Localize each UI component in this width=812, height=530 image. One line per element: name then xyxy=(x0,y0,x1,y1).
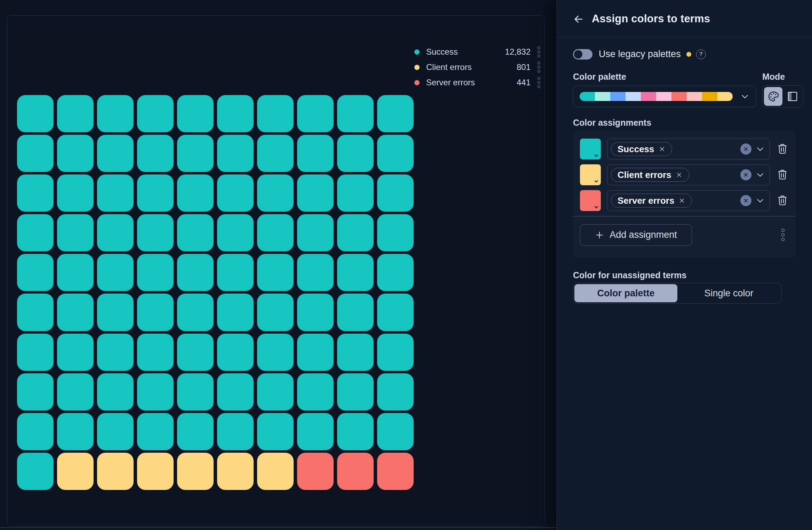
waffle-cell[interactable] xyxy=(297,413,334,450)
waffle-cell[interactable] xyxy=(177,453,214,490)
waffle-cell[interactable] xyxy=(377,373,414,411)
waffle-cell[interactable] xyxy=(137,174,174,212)
waffle-cell[interactable] xyxy=(337,95,374,132)
waffle-cell[interactable] xyxy=(57,453,94,490)
legend-item-client-errors[interactable]: Client errors 801 xyxy=(414,60,541,75)
waffle-cell[interactable] xyxy=(297,214,334,251)
waffle-cell[interactable] xyxy=(57,254,94,291)
term-pill[interactable]: Client errors xyxy=(611,168,689,182)
term-combobox[interactable]: Client errors xyxy=(607,164,770,185)
chevron-down-icon[interactable] xyxy=(756,170,765,179)
legend-item-success[interactable]: Success 12,832 xyxy=(414,44,541,60)
waffle-cell[interactable] xyxy=(337,413,374,450)
chevron-down-icon[interactable] xyxy=(756,145,765,154)
term-combobox[interactable]: Success xyxy=(607,139,770,159)
waffle-cell[interactable] xyxy=(97,334,134,371)
legend-actions-icon[interactable] xyxy=(537,46,541,58)
waffle-cell[interactable] xyxy=(217,254,254,291)
waffle-cell[interactable] xyxy=(217,214,254,251)
waffle-cell[interactable] xyxy=(177,95,214,132)
waffle-cell[interactable] xyxy=(217,373,254,411)
waffle-cell[interactable] xyxy=(337,214,374,251)
mode-palette-button[interactable] xyxy=(764,87,782,106)
waffle-cell[interactable] xyxy=(337,174,374,212)
legend-actions-icon[interactable] xyxy=(537,61,541,73)
waffle-cell[interactable] xyxy=(377,95,414,132)
waffle-cell[interactable] xyxy=(97,214,134,251)
waffle-cell[interactable] xyxy=(257,453,294,490)
waffle-cell[interactable] xyxy=(377,254,414,291)
waffle-cell[interactable] xyxy=(297,135,334,172)
waffle-cell[interactable] xyxy=(177,214,214,251)
waffle-cell[interactable] xyxy=(97,254,134,291)
waffle-cell[interactable] xyxy=(137,135,174,172)
waffle-cell[interactable] xyxy=(257,413,294,450)
waffle-cell[interactable] xyxy=(337,373,374,411)
waffle-cell[interactable] xyxy=(177,413,214,450)
back-button[interactable] xyxy=(571,11,586,27)
waffle-cell[interactable] xyxy=(17,95,54,132)
waffle-cell[interactable] xyxy=(97,294,134,331)
waffle-cell[interactable] xyxy=(377,413,414,450)
color-palette-select[interactable] xyxy=(573,86,756,107)
waffle-cell[interactable] xyxy=(97,135,134,172)
waffle-cell[interactable] xyxy=(257,95,294,132)
waffle-cell[interactable] xyxy=(17,294,54,331)
waffle-cell[interactable] xyxy=(217,413,254,450)
term-pill[interactable]: Success xyxy=(611,142,672,156)
add-assignment-button[interactable]: Add assignment xyxy=(580,224,692,246)
waffle-cell[interactable] xyxy=(137,413,174,450)
waffle-cell[interactable] xyxy=(137,254,174,291)
waffle-cell[interactable] xyxy=(377,334,414,371)
waffle-cell[interactable] xyxy=(137,373,174,411)
waffle-cell[interactable] xyxy=(57,214,94,251)
waffle-cell[interactable] xyxy=(57,294,94,331)
color-swatch-button[interactable] xyxy=(580,139,601,159)
waffle-cell[interactable] xyxy=(377,174,414,212)
waffle-cell[interactable] xyxy=(17,214,54,251)
remove-term-icon[interactable] xyxy=(659,146,666,153)
waffle-cell[interactable] xyxy=(257,294,294,331)
waffle-cell[interactable] xyxy=(177,174,214,212)
legend-item-server-errors[interactable]: Server errors 441 xyxy=(414,75,541,90)
waffle-cell[interactable] xyxy=(57,135,94,172)
waffle-cell[interactable] xyxy=(57,95,94,132)
remove-term-icon[interactable] xyxy=(678,197,685,204)
waffle-cell[interactable] xyxy=(17,135,54,172)
waffle-cell[interactable] xyxy=(97,95,134,132)
waffle-cell[interactable] xyxy=(17,174,54,212)
term-combobox[interactable]: Server errors xyxy=(607,190,770,211)
waffle-cell[interactable] xyxy=(217,294,254,331)
option-color-palette[interactable]: Color palette xyxy=(574,284,677,302)
term-pill[interactable]: Server errors xyxy=(611,194,692,208)
waffle-cell[interactable] xyxy=(257,373,294,411)
waffle-cell[interactable] xyxy=(17,254,54,291)
waffle-cell[interactable] xyxy=(217,174,254,212)
waffle-cell[interactable] xyxy=(297,453,334,490)
waffle-cell[interactable] xyxy=(217,135,254,172)
waffle-cell[interactable] xyxy=(297,294,334,331)
waffle-cell[interactable] xyxy=(177,254,214,291)
waffle-cell[interactable] xyxy=(217,334,254,371)
waffle-cell[interactable] xyxy=(57,413,94,450)
waffle-cell[interactable] xyxy=(97,373,134,411)
waffle-cell[interactable] xyxy=(377,135,414,172)
clear-selection-button[interactable] xyxy=(740,169,751,180)
waffle-cell[interactable] xyxy=(257,214,294,251)
waffle-cell[interactable] xyxy=(377,214,414,251)
mode-gradient-button[interactable] xyxy=(783,87,802,106)
waffle-cell[interactable] xyxy=(137,294,174,331)
option-single-color[interactable]: Single color xyxy=(677,284,780,302)
waffle-cell[interactable] xyxy=(17,334,54,371)
waffle-cell[interactable] xyxy=(137,214,174,251)
waffle-cell[interactable] xyxy=(97,413,134,450)
waffle-cell[interactable] xyxy=(57,334,94,371)
waffle-cell[interactable] xyxy=(337,135,374,172)
waffle-cell[interactable] xyxy=(137,453,174,490)
delete-assignment-button[interactable] xyxy=(776,167,789,183)
chevron-down-icon[interactable] xyxy=(756,196,765,205)
waffle-cell[interactable] xyxy=(137,95,174,132)
waffle-cell[interactable] xyxy=(57,174,94,212)
waffle-cell[interactable] xyxy=(17,453,54,490)
legend-actions-icon[interactable] xyxy=(537,76,541,89)
